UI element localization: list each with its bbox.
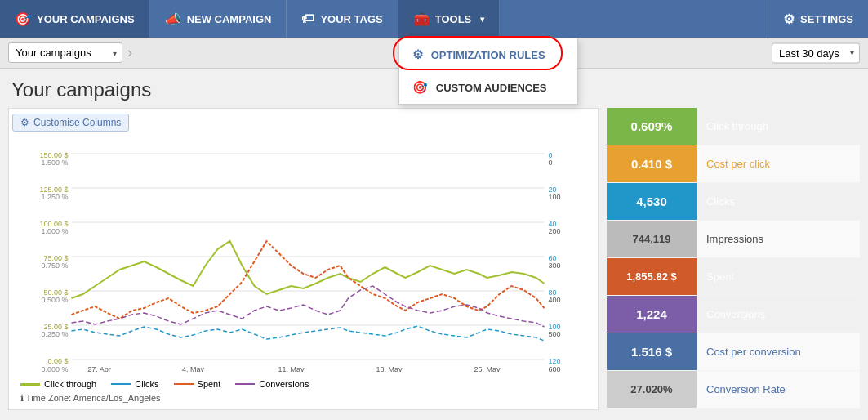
svg-text:500: 500 [549, 330, 561, 338]
click-through-line [72, 241, 545, 298]
dropdown-item-optimization-rules[interactable]: ⚙ OPTIMIZATION RULES [399, 38, 577, 71]
tag-icon: 🏷 [301, 11, 314, 26]
optimization-rules-icon: ⚙ [412, 47, 423, 62]
svg-text:300: 300 [549, 261, 561, 270]
stat-row-click-through: 0.609% Click through [607, 108, 860, 145]
main-content: ⚙ Customise Columns 0.00 $ 0.000 % 25.00… [0, 108, 868, 418]
stat-label-impressions: Impressions [697, 221, 860, 257]
gear-icon: ⚙ [783, 11, 795, 27]
legend-spent-line [174, 383, 194, 385]
svg-text:400: 400 [549, 296, 561, 304]
legend-conversions-line [235, 383, 255, 385]
nav-tools-label: TOOLS [435, 13, 472, 25]
stats-panel: 0.609% Click through 0.410 $ Cost per cl… [607, 108, 860, 410]
svg-text:0: 0 [549, 159, 553, 167]
stat-row-cost-per-click: 0.410 $ Cost per click [607, 145, 860, 183]
svg-text:0.750 %: 0.750 % [41, 261, 68, 270]
nav-your-tags[interactable]: 🏷 YOUR TAGS [287, 0, 398, 38]
tools-icon: 🧰 [413, 11, 430, 27]
svg-text:0.250 %: 0.250 % [41, 330, 68, 338]
stat-value-cost-per-conversion: 1.516 $ [607, 333, 697, 370]
timezone-icon: ℹ [20, 393, 24, 403]
nav-new-campaign[interactable]: 📣 NEW CAMPAIGN [150, 0, 287, 38]
legend-conversions: Conversions [235, 379, 309, 389]
nav-tools[interactable]: 🧰 TOOLS ▾ ⚙ OPTIMIZATION RULES 🎯 CUSTOM … [398, 0, 501, 38]
nav-settings-label: SETTINGS [800, 13, 853, 25]
svg-text:0.00 $: 0.00 $ [47, 357, 68, 365]
stat-value-cost-per-click: 0.410 $ [607, 145, 697, 182]
customise-icon: ⚙ [20, 117, 29, 128]
svg-text:18. May: 18. May [376, 365, 403, 372]
customise-label: Customise Columns [33, 117, 121, 128]
svg-text:100: 100 [549, 193, 561, 201]
nav-your-campaigns[interactable]: 🎯 YOUR CAMPAIGNS [0, 0, 150, 38]
stat-row-conversion-rate: 27.020% Conversion Rate [607, 371, 860, 409]
stat-value-impressions: 744,119 [607, 221, 697, 257]
legend-conversions-label: Conversions [259, 379, 309, 389]
top-navigation: 🎯 YOUR CAMPAIGNS 📣 NEW CAMPAIGN 🏷 YOUR T… [0, 0, 868, 38]
stat-row-spent: 1,855.82 $ Spent [607, 258, 860, 296]
date-range-wrapper: Last 30 days Last 7 days Last 90 days Cu… [772, 42, 860, 63]
legend-click-through: Click through [20, 379, 96, 389]
legend-click-through-line [20, 383, 40, 386]
stat-value-clicks: 4,530 [607, 183, 697, 220]
stat-row-cost-per-conversion: 1.516 $ Cost per conversion [607, 333, 860, 371]
campaign-select-wrapper: Your campaigns ▾ [8, 42, 122, 63]
stat-value-conversions: 1,224 [607, 296, 697, 333]
chart-area: ⚙ Customise Columns 0.00 $ 0.000 % 25.00… [8, 108, 599, 410]
stat-row-conversions: 1,224 Conversions [607, 296, 860, 333]
megaphone-icon: 📣 [165, 11, 181, 27]
dropdown-item-custom-audiences[interactable]: 🎯 CUSTOM AUDIENCES [399, 71, 577, 104]
customise-columns-button[interactable]: ⚙ Customise Columns [12, 114, 129, 132]
campaigns-icon: 🎯 [15, 11, 31, 27]
legend-click-through-label: Click through [44, 379, 96, 389]
svg-text:1.500 %: 1.500 % [41, 159, 68, 167]
nav-tags-label: YOUR TAGS [320, 13, 382, 25]
legend-spent-label: Spent [198, 379, 221, 389]
stat-row-impressions: 744,119 Impressions [607, 221, 860, 258]
nav-settings[interactable]: ⚙ SETTINGS [768, 0, 868, 38]
tools-dropdown-arrow: ▾ [480, 15, 484, 24]
stat-label-clicks: Clicks [697, 183, 860, 220]
nav-new-campaign-label: NEW CAMPAIGN [187, 13, 272, 25]
svg-text:200: 200 [549, 227, 561, 235]
chart-svg: 0.00 $ 0.000 % 25.00 $ 0.250 % 50.00 $ 0… [12, 135, 594, 372]
svg-text:0.000 %: 0.000 % [41, 365, 68, 372]
stat-value-click-through: 0.609% [607, 108, 697, 145]
legend-clicks-line [111, 383, 131, 385]
svg-text:1.250 %: 1.250 % [41, 193, 68, 201]
custom-audiences-label: CUSTOM AUDIENCES [436, 82, 547, 94]
svg-text:1.000 %: 1.000 % [41, 227, 68, 235]
timezone-info: ℹ Time Zone: America/Los_Angeles [12, 391, 594, 406]
svg-text:11. May: 11. May [278, 365, 305, 372]
chart-svg-container: 0.00 $ 0.000 % 25.00 $ 0.250 % 50.00 $ 0… [12, 135, 594, 374]
optimization-rules-label: OPTIMIZATION RULES [431, 49, 545, 61]
campaign-select[interactable]: Your campaigns [8, 42, 122, 63]
legend-spent: Spent [174, 379, 221, 389]
svg-text:4. May: 4. May [182, 365, 205, 372]
tools-dropdown-menu: ⚙ OPTIMIZATION RULES 🎯 CUSTOM AUDIENCES [398, 38, 578, 105]
stat-value-conversion-rate: 27.020% [607, 371, 697, 408]
nav-campaigns-label: YOUR CAMPAIGNS [37, 13, 135, 25]
conversions-line [72, 286, 545, 327]
stat-value-spent: 1,855.82 $ [607, 258, 697, 295]
timezone-label: Time Zone: America/Los_Angeles [26, 393, 161, 403]
svg-text:120: 120 [549, 357, 561, 365]
stat-label-cost-per-click: Cost per click [697, 145, 860, 182]
date-range-select[interactable]: Last 30 days Last 7 days Last 90 days Cu… [772, 42, 860, 63]
stat-label-cost-per-conversion: Cost per conversion [697, 333, 860, 370]
svg-text:25. May: 25. May [474, 365, 501, 372]
svg-text:0.500 %: 0.500 % [41, 296, 68, 304]
stat-label-conversions: Conversions [697, 296, 860, 333]
optimization-rules-wrapper: ⚙ OPTIMIZATION RULES [399, 38, 577, 71]
date-range-select-wrapper: Last 30 days Last 7 days Last 90 days Cu… [772, 42, 860, 63]
svg-text:600: 600 [549, 365, 561, 372]
stat-label-conversion-rate: Conversion Rate [697, 371, 860, 408]
stat-row-clicks: 4,530 Clicks [607, 183, 860, 221]
legend-clicks-label: Clicks [135, 379, 158, 389]
custom-audiences-icon: 🎯 [412, 80, 428, 95]
stat-label-spent: Spent [697, 258, 860, 295]
stat-label-click-through: Click through [697, 108, 860, 145]
breadcrumb-arrow: › [127, 44, 132, 61]
legend-clicks: Clicks [111, 379, 158, 389]
